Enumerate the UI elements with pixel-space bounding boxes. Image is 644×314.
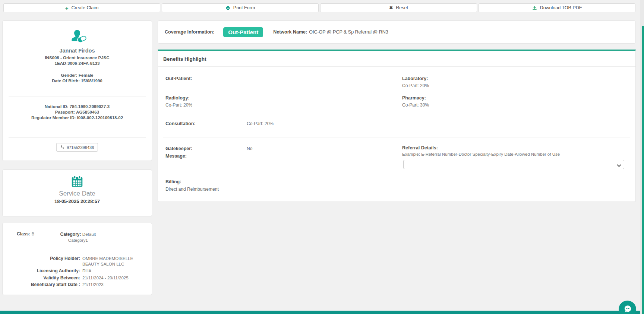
chat-button[interactable] [619, 301, 636, 314]
pharmacy-label: Pharmacy: [402, 95, 426, 101]
gatekeeper-label: Gatekeeper: [165, 146, 192, 151]
referral-select[interactable] [403, 160, 624, 169]
patient-dob: Date Of Birth: 15/08/1990 [3, 79, 152, 83]
pharmacy-value: Co-Part: 30% [402, 102, 429, 108]
divider [158, 66, 635, 67]
reset-button[interactable]: ✖ Reset [320, 3, 477, 12]
download-icon [532, 6, 537, 10]
service-date-value: 18-05-2025 20:28:57 [3, 199, 152, 204]
laboratory-label: Laboratory: [402, 76, 428, 81]
coverage-type-badge: Out-Patient [223, 27, 263, 37]
billing-label: Billing: [165, 179, 181, 184]
class-field: Class: B [17, 231, 34, 237]
patient-card: Jannat Firdos INS008 - Orient Insurance … [2, 20, 152, 161]
phone-number: 971552396436 [67, 145, 94, 150]
service-date-title: Service Date [3, 190, 152, 197]
policy-details: Policy Holder: OMBRE MADEMOISELLE BEAUTY… [3, 256, 152, 289]
laboratory-value: Co-Part: 20% [402, 83, 429, 88]
scrollbar-track[interactable] [640, 0, 644, 314]
create-claim-button[interactable]: + Create Claim [3, 3, 160, 12]
phone-button[interactable]: 971552396436 [56, 143, 98, 152]
print-form-label: Print Form [233, 5, 255, 10]
out-patient-label: Out-Patient: [165, 76, 192, 81]
referral-select-wrap [403, 160, 624, 169]
network-name-value: OIC-OP @ PCP & Sp Referral @ RN3 [309, 29, 388, 35]
page: + Create Claim Print Form ✖ Reset Downlo… [0, 0, 644, 314]
chat-bubble-icon [623, 304, 632, 314]
coverage-card: Coverage Information: Out-Patient Networ… [158, 20, 636, 44]
download-tob-pdf-button[interactable]: Download TOB PDF [479, 3, 635, 12]
licensing-authority-row: Licensing Authority: DHA [3, 268, 152, 274]
create-claim-label: Create Claim [71, 5, 98, 10]
referral-details-label: Referral Details: [402, 145, 438, 150]
benefits-card: Benefits Highlight Out-Patient: Laborato… [158, 50, 636, 202]
toolbar: + Create Claim Print Form ✖ Reset Downlo… [3, 3, 635, 12]
reset-label: Reset [396, 5, 408, 10]
validity-row: Validity Between: 21/11/2024 - 20/11/202… [3, 275, 152, 281]
patient-avatar-icon [3, 28, 152, 46]
printer-icon [225, 6, 230, 10]
divider [9, 71, 146, 71]
billing-value: Direct and Reimbursement [165, 187, 219, 192]
patient-passport: Passport: AG5850463 [3, 110, 152, 114]
patient-national-id: National ID: 784-1990-2099027-3 [3, 104, 152, 109]
phone-icon [60, 145, 64, 150]
benefits-title: Benefits Highlight [163, 56, 206, 62]
divider [9, 250, 146, 250]
beneficiary-start-row: Beneficiary Start Date : 21/11/2023 [3, 282, 152, 288]
patient-gender: Gender: Female [3, 73, 152, 77]
radiology-label: Radiology: [165, 95, 190, 101]
footer-bar [0, 311, 644, 314]
policy-card: Class: B Category: Default Category1 Pol… [2, 223, 152, 295]
close-icon: ✖ [389, 6, 393, 10]
coverage-information-label: Coverage Information: [165, 29, 214, 35]
patient-regulator-id: Regulator Member ID: I008-002-120109818-… [3, 115, 152, 120]
divider [9, 137, 146, 138]
referral-example-text: Example: E-Referral Number-Doctor Specia… [402, 152, 560, 156]
patient-card-number: 1EAD-3006-24FA-8133 [3, 61, 152, 66]
plus-icon: + [65, 5, 69, 11]
policy-holder-row: Policy Holder: OMBRE MADEMOISELLE BEAUTY… [3, 256, 152, 267]
consultation-label: Consultation: [165, 121, 196, 126]
class-category-row: Class: B Category: Default Category1 [17, 231, 99, 243]
message-label: Message: [165, 153, 187, 159]
consultation-value: Co-Part: 20% [247, 121, 274, 126]
download-tob-pdf-label: Download TOB PDF [540, 5, 582, 10]
radiology-value: Co-Part: 20% [165, 102, 192, 108]
patient-insurer: INS008 - Orient Insurance PJSC [3, 55, 152, 60]
scrollbar-thumb[interactable] [642, 26, 644, 314]
divider [163, 137, 630, 137]
divider [9, 96, 146, 96]
gatekeeper-value: No [247, 146, 252, 151]
category-field: Category: Default Category1 [57, 231, 99, 243]
patient-name: Jannat Firdos [3, 48, 152, 54]
network-name-label: Network Name: [273, 29, 307, 35]
print-form-button[interactable]: Print Form [162, 3, 319, 12]
calendar-icon [3, 175, 152, 188]
service-date-card: Service Date 18-05-2025 20:28:57 [2, 169, 152, 216]
